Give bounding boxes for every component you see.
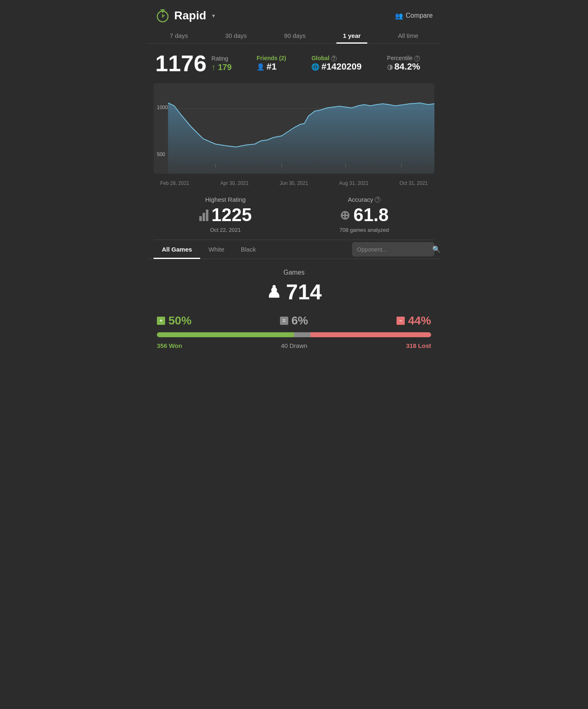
chart-date-5: Oct 31, 2021 (399, 180, 428, 186)
stats-divider: Friends (2) 👤 #1 Global ? 🌐 #1420209 Per… (244, 55, 433, 72)
accuracy-label: Accuracy ? (348, 196, 381, 203)
global-stat: Global ? 🌐 #1420209 (311, 55, 362, 72)
chart-dates: Feb 28, 2021 Apr 30, 2021 Jun 30, 2021 A… (154, 178, 434, 186)
tab-black[interactable]: Black (233, 240, 264, 259)
lost-icon: − (397, 317, 405, 325)
percentile-info-icon[interactable]: ? (414, 56, 420, 61)
tab-alltime[interactable]: All time (392, 28, 425, 43)
games-section: Games ♟ 714 (147, 259, 441, 311)
highest-rating-metric: Highest Rating 1225 Oct 22, 2021 (199, 196, 252, 233)
draw-pct: = 6% (280, 314, 308, 327)
highest-rating-value: 1225 (199, 205, 252, 225)
friends-icon: 👤 (257, 63, 265, 71)
highest-rating-date: Oct 22, 2021 (210, 227, 240, 233)
rating-change: ↑ 179 (212, 63, 232, 72)
chart-label-500: 500 (157, 152, 165, 157)
metrics-row: Highest Rating 1225 Oct 22, 2021 Accurac… (147, 186, 441, 240)
timer-icon (155, 8, 170, 23)
opponent-search[interactable]: 🔍 (352, 242, 434, 257)
tab-30days[interactable]: 30 days (219, 28, 254, 43)
svg-point-1 (162, 16, 163, 18)
rating-info: Rating ↑ 179 (212, 55, 232, 72)
compare-button[interactable]: 👥 Compare (395, 12, 433, 20)
accuracy-metric: Accuracy ? ⊕ 61.8 708 games analyzed (339, 196, 389, 233)
stats-row: 1176 Rating ↑ 179 Friends (2) 👤 #1 Globa… (147, 44, 441, 79)
lost-count: 318 Lost (406, 342, 431, 349)
friends-stat: Friends (2) 👤 #1 (257, 55, 286, 72)
header-left: Rapid ▾ (155, 8, 215, 23)
rating-value: 1176 (155, 52, 207, 75)
accuracy-info-icon[interactable]: ? (375, 197, 380, 203)
game-tabs: All Games White Black 🔍 (147, 240, 441, 259)
games-label: Games (283, 269, 305, 276)
global-label: Global ? (311, 55, 336, 61)
tab-all-games[interactable]: All Games (154, 240, 200, 259)
accuracy-sub: 708 games analyzed (339, 227, 389, 233)
won-count: 356 Won (157, 342, 182, 349)
chart-date-4: Aug 31, 2021 (339, 180, 369, 186)
friends-label: Friends (2) (257, 55, 286, 61)
search-icon: 🔍 (432, 245, 441, 253)
chess-board-icon: ♟ (266, 282, 281, 301)
rating-label: Rating (212, 55, 232, 62)
won-pct: + 50% (157, 314, 191, 327)
global-info-icon[interactable]: ? (331, 56, 337, 61)
tab-90days[interactable]: 90 days (278, 28, 313, 43)
won-icon: + (157, 317, 165, 325)
friends-value: 👤 #1 (257, 61, 276, 72)
progress-bar (157, 332, 431, 337)
draw-count: 40 Drawn (281, 342, 307, 349)
chart-label-1000: 1000 (157, 105, 168, 110)
chart-date-3: Jun 30, 2021 (280, 180, 308, 186)
rating-chart: 1000 500 (154, 83, 434, 174)
opponent-search-input[interactable] (357, 246, 429, 253)
dropdown-arrow-icon[interactable]: ▾ (212, 12, 215, 19)
lost-pct: − 44% (397, 314, 431, 327)
globe-icon: 🌐 (311, 63, 320, 71)
accuracy-value: ⊕ 61.8 (340, 205, 389, 225)
compare-icon: 👥 (395, 12, 403, 20)
compare-label: Compare (406, 12, 433, 19)
chart-date-1: Feb 28, 2021 (160, 180, 189, 186)
time-tabs: 7 days 30 days 90 days 1 year All time (147, 28, 441, 44)
results-row: + 50% = 6% − 44% (147, 311, 441, 329)
global-value: 🌐 #1420209 (311, 61, 362, 72)
draw-icon: = (280, 317, 288, 325)
percentile-value: ◑ 84.2% (387, 61, 420, 72)
tab-1year[interactable]: 1 year (336, 28, 367, 43)
games-value: ♟ 714 (266, 280, 322, 304)
target-icon: ⊕ (340, 208, 350, 222)
page-title: Rapid (174, 9, 206, 22)
bar-chart-icon (199, 205, 208, 225)
header: Rapid ▾ 👥 Compare (147, 0, 441, 28)
result-counts: 356 Won 40 Drawn 318 Lost (147, 341, 441, 357)
tab-white[interactable]: White (200, 240, 232, 259)
chart-svg (154, 83, 434, 174)
tab-7days[interactable]: 7 days (163, 28, 194, 43)
percentile-label: Percentile ? (387, 55, 420, 61)
chart-date-2: Apr 30, 2021 (220, 180, 249, 186)
percentile-stat: Percentile ? ◑ 84.2% (387, 55, 420, 72)
pie-icon: ◑ (387, 63, 393, 71)
highest-rating-label: Highest Rating (205, 196, 245, 203)
